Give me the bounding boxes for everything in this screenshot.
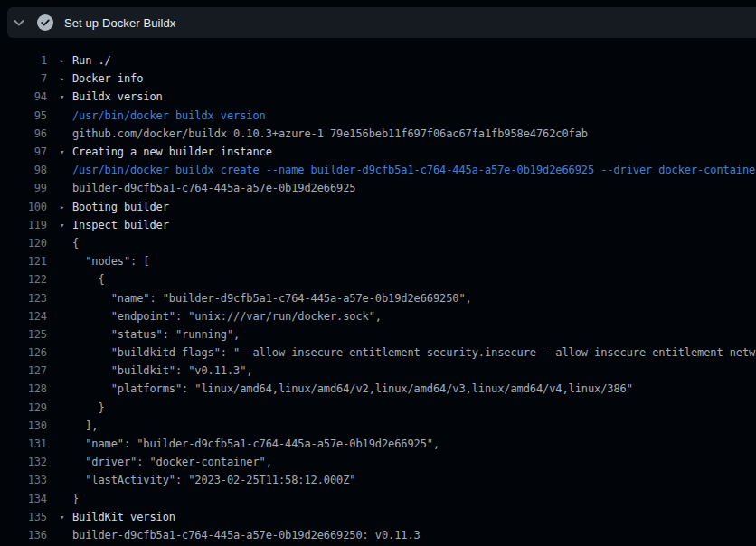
log-lines: 1▸Run ./7▸Docker info94▾Buildx version95… (0, 52, 756, 544)
group-expanded-icon[interactable]: ▾ (60, 143, 72, 161)
log-line: 129 } (0, 399, 756, 417)
log-line: 125 "status": "running", (0, 325, 756, 344)
line-number[interactable]: 99 (0, 182, 47, 194)
log-line: 124 "endpoint": "unix:///var/run/docker.… (0, 307, 756, 325)
log-text: { (72, 273, 105, 286)
log-text: Buildx version (72, 90, 163, 103)
line-number[interactable]: 97 (0, 146, 47, 158)
log-text: "buildkitd-flags": "--allow-insecure-ent… (72, 346, 756, 359)
chevron-down-icon[interactable] (12, 15, 26, 30)
log-line: 127 "buildkit": "v0.11.3", (0, 362, 756, 380)
log-line[interactable]: 94▾Buildx version (0, 88, 756, 106)
line-number[interactable]: 130 (0, 419, 47, 432)
log-text: "platforms": "linux/amd64,linux/amd64/v2… (72, 382, 633, 395)
line-number[interactable]: 126 (0, 346, 47, 359)
line-number[interactable]: 132 (0, 456, 47, 468)
log-line: 130 ], (0, 417, 756, 435)
log-text: Booting builder (72, 201, 169, 213)
log-line[interactable]: 119▾Inspect builder (0, 216, 756, 234)
log-line: 95/usr/bin/docker buildx version (0, 107, 756, 125)
log-text: ], (72, 419, 99, 432)
line-number[interactable]: 121 (0, 255, 47, 268)
log-line[interactable]: 135▾BuildKit version (0, 508, 756, 526)
log-text: "buildkit": "v0.11.3", (72, 364, 253, 377)
line-number[interactable]: 120 (0, 237, 47, 249)
line-number[interactable]: 123 (0, 292, 47, 305)
log-viewer: 1▸Run ./7▸Docker info94▾Buildx version95… (0, 38, 756, 544)
log-line: 98/usr/bin/docker buildx create --name b… (0, 161, 756, 179)
log-text: "nodes": [ (72, 255, 150, 268)
log-line: 126 "buildkitd-flags": "--allow-insecure… (0, 344, 756, 362)
group-collapsed-icon[interactable]: ▸ (60, 70, 72, 88)
line-number[interactable]: 125 (0, 328, 47, 341)
log-text: Docker info (72, 72, 143, 85)
log-line: 128 "platforms": "linux/amd64,linux/amd6… (0, 380, 756, 398)
log-line[interactable]: 7▸Docker info (0, 70, 756, 88)
log-line: 99builder-d9cfb5a1-c764-445a-a57e-0b19d2… (0, 179, 756, 197)
log-text: Inspect builder (72, 219, 169, 231)
line-number[interactable]: 122 (0, 273, 47, 286)
log-text: "lastActivity": "2023-02-25T11:58:12.000… (72, 474, 355, 486)
log-text: "name": "builder-d9cfb5a1-c764-445a-a57e… (72, 438, 439, 450)
log-line: 131 "name": "builder-d9cfb5a1-c764-445a-… (0, 435, 756, 453)
log-text: { (72, 237, 79, 249)
line-number[interactable]: 94 (0, 90, 47, 103)
log-line: 121 "nodes": [ (0, 252, 756, 270)
log-line: 123 "name": "builder-d9cfb5a1-c764-445a-… (0, 288, 756, 306)
log-text: /usr/bin/docker buildx create --name bui… (72, 164, 756, 176)
step-header[interactable]: Set up Docker Buildx (7, 7, 756, 38)
log-text: builder-d9cfb5a1-c764-445a-a57e-0b19d2e6… (72, 529, 421, 541)
line-number[interactable]: 96 (0, 127, 47, 140)
group-expanded-icon[interactable]: ▾ (60, 88, 72, 106)
log-text: "name": "builder-d9cfb5a1-c764-445a-a57e… (72, 292, 472, 305)
log-text: } (72, 493, 79, 505)
line-number[interactable]: 131 (0, 438, 47, 450)
group-collapsed-icon[interactable]: ▸ (60, 52, 72, 70)
line-number[interactable]: 133 (0, 474, 47, 486)
line-number[interactable]: 7 (0, 72, 47, 85)
log-text: builder-d9cfb5a1-c764-445a-a57e-0b19d2e6… (72, 182, 355, 194)
log-line: 136builder-d9cfb5a1-c764-445a-a57e-0b19d… (0, 526, 756, 544)
line-number[interactable]: 129 (0, 401, 47, 414)
line-number[interactable]: 98 (0, 164, 47, 176)
group-expanded-icon[interactable]: ▾ (60, 508, 72, 526)
line-number[interactable]: 95 (0, 109, 47, 122)
log-text: "driver": "docker-container", (72, 456, 272, 468)
log-line: 132 "driver": "docker-container", (0, 453, 756, 471)
line-number[interactable]: 135 (0, 511, 47, 523)
group-expanded-icon[interactable]: ▾ (60, 216, 72, 234)
log-text: } (72, 401, 105, 414)
log-text: BuildKit version (72, 511, 175, 523)
line-number[interactable]: 100 (0, 201, 47, 213)
log-text: Run ./ (72, 54, 111, 67)
line-number[interactable]: 124 (0, 310, 47, 323)
line-number[interactable]: 127 (0, 364, 47, 377)
log-text: "endpoint": "unix:///var/run/docker.sock… (72, 310, 382, 323)
log-line[interactable]: 1▸Run ./ (0, 52, 756, 70)
line-number[interactable]: 1 (0, 54, 47, 67)
step-title: Set up Docker Buildx (64, 16, 175, 30)
log-line: 120{ (0, 234, 756, 252)
log-text: Creating a new builder instance (72, 146, 272, 158)
log-line: 134} (0, 490, 756, 508)
line-number[interactable]: 136 (0, 529, 47, 541)
check-circle-icon (37, 14, 53, 31)
log-line: 133 "lastActivity": "2023-02-25T11:58:12… (0, 471, 756, 489)
group-collapsed-icon[interactable]: ▸ (60, 198, 72, 216)
line-number[interactable]: 119 (0, 219, 47, 231)
line-number[interactable]: 134 (0, 493, 47, 505)
log-line[interactable]: 100▸Booting builder (0, 198, 756, 216)
line-number[interactable]: 128 (0, 382, 47, 395)
log-text: github.com/docker/buildx 0.10.3+azure-1 … (72, 127, 588, 140)
log-text: /usr/bin/docker buildx version (72, 109, 266, 122)
log-line: 96github.com/docker/buildx 0.10.3+azure-… (0, 125, 756, 143)
log-line[interactable]: 97▾Creating a new builder instance (0, 143, 756, 161)
log-line: 122 { (0, 270, 756, 288)
log-text: "status": "running", (72, 328, 240, 341)
